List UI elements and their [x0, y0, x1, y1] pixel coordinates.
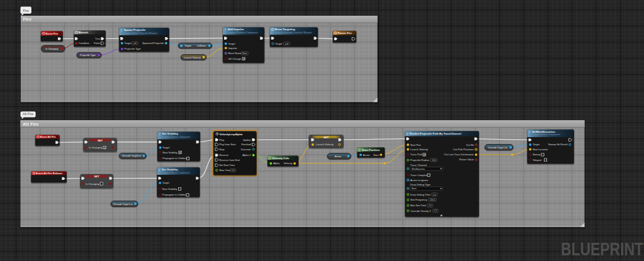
- svg-text:Out Path Positions: Out Path Positions: [453, 148, 473, 151]
- svg-text:self: self: [133, 42, 137, 45]
- svg-text:Vel Change: Vel Change: [228, 57, 241, 60]
- svg-text:SetWorldLocation: SetWorldLocation: [532, 130, 555, 133]
- svg-text:New Visibility: New Visibility: [162, 151, 178, 154]
- svg-text:100.0: 100.0: [430, 199, 435, 201]
- svg-text:Fire: Fire: [23, 16, 32, 22]
- svg-text:Grenade Target Loc: Grenade Target Loc: [113, 203, 133, 206]
- svg-text:Reverse from End: Reverse from End: [219, 158, 239, 162]
- svg-text:Start Pos: Start Pos: [410, 143, 421, 147]
- svg-text:Predict Projectile Path By Tra: Predict Projectile Path By TraceChannel: [410, 132, 461, 135]
- svg-text:Arrow: Arrow: [363, 153, 370, 157]
- svg-text:Alpha: Alpha: [273, 162, 280, 165]
- svg-text:Target: Target: [125, 42, 132, 45]
- svg-text:Bone Name: Bone Name: [228, 52, 242, 55]
- svg-text:Out Last Trace Destination: Out Last Trace Destination: [444, 153, 473, 156]
- svg-text:Target is Grenade Launcher Wea: Target is Grenade Launcher Weapon: [274, 31, 312, 34]
- svg-text:SET: SET: [94, 175, 100, 178]
- svg-text:Impulse: Impulse: [228, 47, 237, 50]
- svg-text:Launch Velocity: Launch Velocity: [410, 148, 428, 151]
- svg-text:Spawn Projectile: Spawn Projectile: [124, 28, 146, 31]
- svg-text:Set Visibility: Set Visibility: [162, 168, 178, 171]
- svg-text:SET: SET: [324, 136, 329, 139]
- svg-text:Sim Frequency: Sim Frequency: [410, 198, 427, 201]
- svg-text:Event Fire: Event Fire: [46, 32, 59, 35]
- svg-text:Max Sim Time: Max Sim Time: [410, 204, 427, 207]
- svg-text:Target is Scene Component: Target is Scene Component: [162, 172, 189, 174]
- svg-text:Projectile Type: Projectile Type: [80, 54, 96, 57]
- svg-text:Target: Target: [533, 143, 540, 146]
- svg-text:Play from Start: Play from Start: [219, 143, 236, 146]
- svg-text:2.0: 2.0: [429, 204, 432, 207]
- svg-text:Grenade TargetLoc: Grenade TargetLoc: [122, 155, 142, 157]
- svg-text:New Visibility: New Visibility: [162, 187, 178, 191]
- svg-text:Start: Start: [373, 153, 379, 157]
- svg-text:Is Changing: Is Changing: [45, 48, 58, 50]
- svg-text:False: False: [94, 42, 101, 45]
- svg-text:Projectile Type: Projectile Type: [125, 47, 142, 50]
- svg-text:Collision: Collision: [197, 45, 206, 47]
- svg-text:Reverse: Reverse: [219, 153, 229, 157]
- svg-text:Velocity: Velocity: [284, 162, 293, 165]
- svg-text:Condition: Condition: [79, 42, 89, 45]
- svg-text:Target is Scene Component: Target is Scene Component: [162, 136, 190, 138]
- svg-text:Target: Target: [228, 42, 235, 45]
- svg-text:Draw Debug Type: Draw Debug Type: [410, 183, 431, 186]
- svg-text:Target: Target: [184, 45, 191, 47]
- svg-text:Arrow: Arrow: [335, 155, 341, 158]
- svg-text:Trace Complex: Trace Complex: [410, 174, 427, 177]
- svg-text:Actors to Ignore: Actors to Ignore: [410, 179, 429, 182]
- svg-text:Direction: Direction: [241, 148, 251, 151]
- svg-text:10.0: 10.0: [432, 159, 436, 162]
- svg-text:Is Changing: Is Changing: [86, 182, 99, 186]
- svg-text:Update: Update: [243, 138, 252, 142]
- svg-text:Stop: Stop: [219, 148, 225, 151]
- svg-text:Draw Debug Time: Draw Debug Time: [410, 193, 431, 196]
- svg-text:SET: SET: [98, 139, 103, 142]
- svg-text:Trace Path: Trace Path: [410, 153, 422, 156]
- svg-text:Set New Time: Set New Time: [219, 164, 235, 167]
- svg-text:Reset Targeting: Reset Targeting: [274, 28, 295, 31]
- svg-text:Sweep: Sweep: [533, 153, 541, 156]
- svg-text:Set Visibility: Set Visibility: [162, 132, 179, 135]
- svg-text:Target: Target: [275, 42, 283, 45]
- svg-text:Propagate to Children: Propagate to Children: [162, 193, 187, 196]
- svg-text:Projectile Radius: Projectile Radius: [410, 158, 429, 162]
- svg-text:WorldDynamic: WorldDynamic: [412, 168, 426, 170]
- svg-text:Alt Fire: Alt Fire: [23, 112, 33, 116]
- svg-text:Grenade Target List: Grenade Target List: [488, 147, 507, 149]
- svg-text:Event Alt Fire: Event Alt Fire: [40, 135, 57, 138]
- svg-text:self: self: [285, 43, 288, 45]
- svg-text:Spawned Projectile: Spawned Projectile: [142, 42, 164, 45]
- svg-text:None: None: [242, 52, 247, 55]
- svg-text:Target: Target: [162, 146, 170, 149]
- svg-text:Branch: Branch: [79, 31, 88, 34]
- svg-text:Target is Base Projectile Weap: Target is Base Projectile Weapon: [124, 32, 157, 35]
- svg-text:Target is Scene Component: Target is Scene Component: [532, 133, 560, 136]
- svg-text:Event Alt Fire Release: Event Alt Fire Release: [36, 172, 63, 175]
- svg-text:New Time: New Time: [219, 169, 231, 172]
- svg-text:Teleport: Teleport: [533, 158, 542, 162]
- svg-text:Is Changing: Is Changing: [89, 146, 102, 149]
- svg-text:Return Value: Return Value: [460, 158, 475, 161]
- svg-text:Fire: Fire: [23, 9, 29, 13]
- svg-text:0.0: 0.0: [434, 209, 438, 212]
- svg-text:BLUEPRINT: BLUEPRINT: [561, 239, 643, 259]
- svg-text:New Location: New Location: [533, 148, 548, 151]
- svg-text:Velocity Calc: Velocity Calc: [273, 157, 290, 160]
- svg-text:Target is Primitive Component: Target is Primitive Component: [228, 31, 258, 34]
- svg-text:0.0: 0.0: [232, 169, 235, 172]
- svg-text:Out Hit: Out Hit: [466, 143, 474, 147]
- svg-text:Start Position: Start Position: [362, 148, 380, 152]
- svg-text:True: True: [95, 37, 101, 40]
- svg-text:Launch Velocity: Launch Velocity: [316, 143, 334, 146]
- svg-text:0.0: 0.0: [433, 194, 436, 196]
- svg-text:Add Impulse: Add Impulse: [228, 28, 244, 31]
- svg-text:Parent: Fire: Parent: Fire: [337, 31, 352, 35]
- svg-text:Trace Channel: Trace Channel: [410, 164, 427, 167]
- svg-text:Sweep Hit Result: Sweep Hit Result: [548, 143, 568, 146]
- svg-text:VelocityLerpAlpha: VelocityLerpAlpha: [220, 133, 243, 136]
- svg-text:Launch Velocity: Launch Velocity: [184, 57, 201, 59]
- svg-text:Alpha 2: Alpha 2: [242, 153, 251, 157]
- svg-text:Finished: Finished: [241, 143, 251, 146]
- svg-text:Alt Fire: Alt Fire: [23, 121, 38, 127]
